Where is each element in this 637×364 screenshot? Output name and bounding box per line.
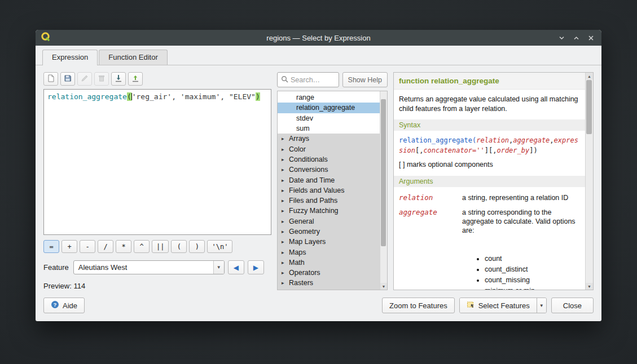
scroll-up-icon[interactable]: ▲	[586, 73, 593, 79]
tree-item-fuzzy-matching[interactable]: ▸Fuzzy Matching	[278, 206, 380, 216]
floppy-disk-icon	[63, 74, 72, 85]
aggregate-option: count_distinct	[485, 265, 580, 274]
tree-item-label: Map Layers	[289, 238, 326, 246]
tab-function-editor[interactable]: Function Editor	[99, 50, 167, 65]
delete-expression-button[interactable]	[94, 72, 109, 86]
zoom-to-features-button[interactable]: Zoom to Features	[382, 298, 455, 313]
edit-expression-button[interactable]	[77, 72, 92, 86]
minimize-button[interactable]	[556, 33, 567, 43]
operator-button-9[interactable]: '\n'	[207, 240, 232, 253]
tree-item-math[interactable]: ▸Math	[278, 258, 380, 268]
tree-item-color[interactable]: ▸Color	[278, 144, 380, 154]
operator-button-3[interactable]: /	[98, 240, 113, 253]
dialog-content: relation_aggregate('reg_air', 'maximum',…	[36, 65, 601, 292]
expand-arrow-icon[interactable]: ▸	[282, 239, 289, 245]
function-tree: rangerelation_aggregatestdevsum▸Arrays▸C…	[278, 91, 380, 290]
save-expression-button[interactable]	[60, 72, 75, 86]
tree-item-stdev[interactable]: stdev	[278, 113, 380, 123]
tree-item-fields-and-values[interactable]: ▸Fields and Values	[278, 185, 380, 196]
expand-arrow-icon[interactable]: ▸	[282, 198, 289, 203]
select-features-button[interactable]: Select Features	[460, 298, 537, 313]
expand-arrow-icon[interactable]: ▸	[282, 219, 289, 224]
operator-button-1[interactable]: +	[61, 240, 77, 253]
trash-icon	[97, 74, 106, 85]
tab-expression[interactable]: Expression	[42, 50, 98, 65]
close-button[interactable]: Close	[551, 298, 594, 313]
operator-button-2[interactable]: -	[80, 240, 95, 253]
tree-item-geometry[interactable]: ▸Geometry	[278, 227, 380, 237]
titlebar[interactable]: regions — Select by Expression	[36, 30, 601, 46]
tree-item-label: Math	[289, 259, 305, 267]
expand-arrow-icon[interactable]: ▸	[282, 270, 289, 276]
argument-name: relation	[399, 193, 455, 202]
expand-arrow-icon[interactable]: ▸	[282, 250, 289, 255]
expand-arrow-icon[interactable]: ▸	[282, 136, 289, 141]
feature-row: Feature Aleutians West ▼ ◀ ▶	[43, 260, 271, 274]
expand-arrow-icon[interactable]: ▸	[282, 208, 289, 214]
desktop-background: regions — Select by Expression Expressio…	[0, 0, 637, 364]
tree-item-general[interactable]: ▸General	[278, 216, 380, 227]
operator-button-0[interactable]: =	[43, 240, 59, 253]
operator-button-5[interactable]: ^	[134, 240, 150, 253]
syntax-token: aggregate	[513, 136, 550, 144]
operator-button-7[interactable]: (	[171, 240, 187, 253]
arrow-down-icon	[114, 74, 123, 85]
next-feature-button[interactable]: ▶	[248, 260, 264, 274]
tree-scrollbar[interactable]: ▼	[380, 91, 387, 290]
argument-name: aggregate	[399, 208, 455, 290]
expression-text: relation_aggregate('reg_air', 'maximum',…	[47, 92, 267, 102]
expand-arrow-icon[interactable]: ▸	[282, 147, 289, 152]
expand-arrow-icon[interactable]: ▸	[282, 229, 289, 234]
arguments-header: Arguments	[394, 176, 585, 187]
operator-button-6[interactable]: ||	[152, 240, 169, 253]
expand-arrow-icon[interactable]: ▸	[282, 260, 289, 265]
tree-item-date-and-time[interactable]: ▸Date and Time	[278, 175, 380, 185]
chevron-down-icon[interactable]: ▼	[213, 261, 224, 274]
scroll-down-icon[interactable]: ▼	[380, 283, 387, 290]
help-button[interactable]: ? Aide	[43, 298, 85, 313]
expand-arrow-icon[interactable]: ▸	[282, 188, 289, 193]
help-scrollbar[interactable]: ▲ ▼	[585, 73, 593, 290]
new-expression-button[interactable]	[43, 72, 58, 86]
scroll-down-icon[interactable]: ▼	[586, 283, 593, 290]
preview-row: Preview: 114	[43, 282, 271, 290]
tree-item-rasters[interactable]: ▸Rasters	[278, 278, 380, 288]
expand-arrow-icon[interactable]: ▸	[282, 167, 289, 172]
expand-arrow-icon[interactable]: ▸	[282, 177, 289, 183]
tree-item-arrays[interactable]: ▸Arrays	[278, 134, 380, 144]
search-row: Show Help	[277, 72, 388, 87]
feature-combobox[interactable]: Aleutians West ▼	[73, 260, 225, 274]
expression-editor[interactable]: relation_aggregate('reg_air', 'maximum',…	[43, 89, 271, 235]
tree-item-record-and-attributes[interactable]: ▸Record and Attributes	[278, 288, 380, 290]
syntax-token: ][	[485, 147, 493, 154]
help-scrollbar-thumb[interactable]	[586, 80, 592, 134]
tree-item-label: relation_aggregate	[296, 104, 355, 112]
tree-item-range[interactable]: range	[278, 92, 380, 103]
operator-button-8[interactable]: )	[189, 240, 205, 253]
previous-feature-button[interactable]: ◀	[228, 260, 244, 274]
maximize-button[interactable]	[571, 33, 582, 43]
feature-value: Aleutians West	[74, 263, 213, 272]
select-features-icon	[467, 300, 475, 310]
triangle-left-icon: ◀	[234, 264, 239, 272]
close-window-button[interactable]	[586, 33, 596, 43]
expression-toolbar	[43, 72, 271, 86]
operator-button-4[interactable]: *	[116, 240, 131, 253]
tree-item-conversions[interactable]: ▸Conversions	[278, 165, 380, 175]
tree-item-files-and-paths[interactable]: ▸Files and Paths	[278, 196, 380, 206]
show-help-button[interactable]: Show Help	[342, 72, 388, 87]
tree-item-sum[interactable]: sum	[278, 123, 380, 134]
tree-item-map-layers[interactable]: ▸Map Layers	[278, 237, 380, 247]
import-expressions-button[interactable]	[111, 72, 126, 86]
export-expressions-button[interactable]	[128, 72, 143, 86]
tree-item-maps[interactable]: ▸Maps	[278, 247, 380, 257]
search-input[interactable]	[291, 76, 336, 84]
expand-arrow-icon[interactable]: ▸	[282, 280, 289, 286]
tree-scrollbar-thumb[interactable]	[381, 99, 386, 246]
expand-arrow-icon[interactable]: ▸	[282, 157, 289, 162]
tree-item-operators[interactable]: ▸Operators	[278, 268, 380, 278]
tree-item-conditionals[interactable]: ▸Conditionals	[278, 154, 380, 165]
tree-item-label: Color	[289, 145, 306, 153]
tree-item-relation-aggregate[interactable]: relation_aggregate	[278, 103, 380, 113]
select-features-dropdown[interactable]: ▼	[537, 298, 546, 313]
